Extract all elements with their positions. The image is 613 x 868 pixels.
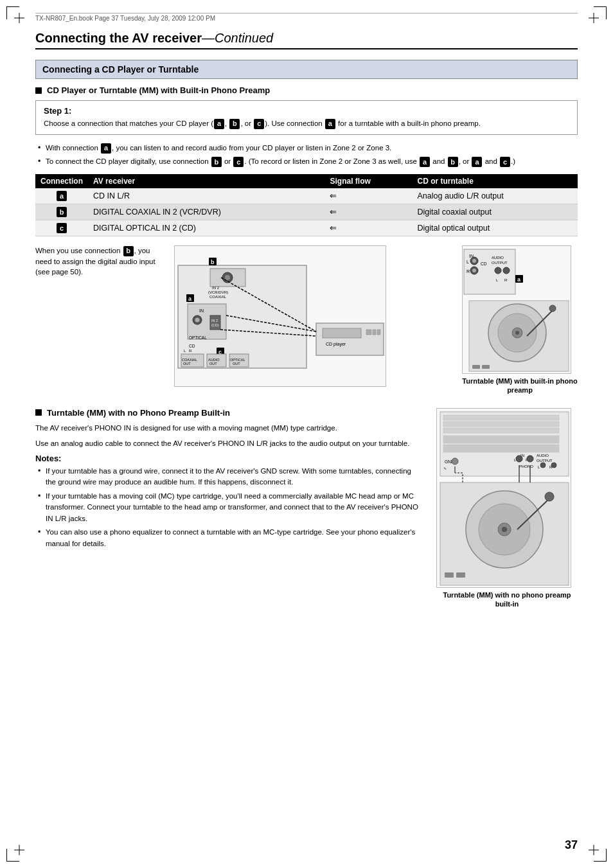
table-header-av: AV receiver — [88, 174, 324, 188]
badge-b-b2b: b — [448, 157, 458, 167]
table-header-connection: Connection — [35, 174, 88, 188]
svg-text:L: L — [466, 260, 469, 264]
para1: The AV receiver's PHONO IN is designed f… — [35, 423, 423, 433]
table-cell-signal-b: ⇐ — [324, 204, 412, 220]
badge-a-step: a — [214, 119, 224, 129]
svg-rect-35 — [366, 330, 371, 335]
svg-text:OUTPUT: OUTPUT — [537, 459, 553, 463]
diagram-right: IN L R CD AUDIO OUTPUT L R a — [462, 245, 578, 395]
badge-a-b2c: a — [472, 157, 482, 167]
svg-point-88 — [551, 463, 556, 468]
bullet-list-1: With connection a, you can listen to and… — [35, 143, 578, 168]
bottom-section: Turntable (MM) with no Phono Preamp Buil… — [35, 408, 578, 609]
badge-b-step: b — [229, 119, 240, 129]
main-title-continued: —Continued — [202, 31, 273, 45]
bullet-item-1: With connection a, you can listen to and… — [35, 143, 578, 154]
subsection1-heading: CD Player or Turntable (MM) with Built-i… — [35, 85, 578, 95]
table-row: b DIGITAL COAXIAL IN 2 (VCR/DVR) ⇐ Digit… — [35, 204, 578, 220]
table-cell-conn-c: c — [35, 220, 88, 236]
svg-point-12 — [195, 317, 200, 322]
svg-text:OUT: OUT — [209, 362, 217, 366]
bullet-item-2: To connect the CD player digitally, use … — [35, 156, 578, 168]
subsection2-heading: Turntable (MM) with no Phono Preamp Buil… — [35, 408, 423, 418]
table-cell-cd-b: Digital coaxial output — [413, 204, 578, 220]
svg-text:CD: CD — [481, 261, 487, 266]
table-cell-cd-c: Digital optical output — [413, 220, 578, 236]
turntable-mm-diagram: IN L R CD AUDIO OUTPUT L R a — [462, 245, 571, 374]
step1-title: Step 1: — [44, 106, 569, 116]
svg-text:CD player: CD player — [326, 342, 346, 347]
svg-rect-70 — [443, 421, 559, 427]
svg-rect-66 — [472, 365, 480, 369]
notes-label: Notes: — [35, 454, 423, 463]
svg-point-63 — [515, 331, 519, 335]
crosshair-bl — [14, 845, 24, 855]
badge-c-b2: c — [233, 157, 244, 167]
svg-point-49 — [472, 269, 476, 272]
svg-point-76 — [516, 456, 522, 462]
table-cell-cd-a: Analog audio L/R output — [413, 188, 578, 204]
badge-a-b2: a — [420, 157, 430, 167]
notes-list: If your turntable has a ground wire, con… — [35, 466, 423, 550]
svg-rect-73 — [443, 445, 559, 452]
file-info: TX-NR807_En.book Page 37 Tuesday, July 2… — [35, 13, 578, 24]
svg-text:AUDIO: AUDIO — [537, 454, 549, 457]
svg-point-53 — [495, 267, 501, 274]
table-row: c DIGITAL OPTICAL IN 2 (CD) ⇐ Digital op… — [35, 220, 578, 236]
table-cell-av-b: DIGITAL COAXIAL IN 2 (VCR/DVR) — [88, 204, 324, 220]
main-title-text: Connecting the AV receiver — [35, 31, 202, 45]
svg-text:OUTPUT: OUTPUT — [492, 261, 508, 265]
table-header-signal: Signal flow — [324, 174, 412, 188]
svg-rect-33 — [316, 323, 384, 355]
svg-text:IN: IN — [199, 308, 204, 313]
subsection1-label: CD Player or Turntable (MM) with Built-i… — [47, 85, 270, 95]
turntable-no-preamp-caption: Turntable (MM) with no phono preamp buil… — [436, 590, 578, 609]
svg-rect-14 — [210, 315, 220, 330]
svg-rect-71 — [443, 428, 559, 433]
badge-c-b2c: c — [500, 157, 510, 167]
svg-point-81 — [452, 458, 458, 465]
section-title: Connecting a CD Player or Turntable — [35, 60, 578, 79]
badge-b-b2: b — [211, 157, 222, 167]
badge-c-step: c — [254, 119, 264, 129]
svg-point-55 — [503, 267, 510, 274]
svg-text:R: R — [466, 269, 470, 274]
black-square-icon — [35, 87, 42, 94]
svg-rect-37 — [377, 330, 380, 335]
svg-text:∿: ∿ — [443, 466, 447, 470]
svg-point-78 — [527, 456, 533, 462]
diagram-left-note: When you use connection b, you need to a… — [35, 245, 164, 277]
subsection2-label: Turntable (MM) with no Phono Preamp Buil… — [47, 408, 230, 418]
svg-text:OUT: OUT — [233, 362, 240, 366]
table-header-cd: CD or turntable — [413, 174, 578, 188]
page-number: 37 — [565, 838, 578, 852]
crosshair-tl — [14, 13, 24, 23]
svg-text:R: R — [189, 349, 192, 353]
badge-a-b1: a — [101, 143, 111, 154]
table-cell-conn-a: a — [35, 188, 88, 204]
table-cell-av-c: DIGITAL OPTICAL IN 2 (CD) — [88, 220, 324, 236]
badge-b-note: b — [123, 246, 134, 256]
svg-text:IN 2: IN 2 — [211, 319, 218, 323]
svg-rect-69 — [443, 415, 559, 420]
table-row: a CD IN L/R ⇐ Analog audio L/R output — [35, 188, 578, 204]
black-square-icon2 — [35, 409, 42, 416]
svg-text:OPTICAL: OPTICAL — [189, 335, 207, 340]
crosshair-tr — [589, 13, 599, 23]
svg-text:R: R — [504, 278, 508, 282]
bottom-left: Turntable (MM) with no Phono Preamp Buil… — [35, 408, 423, 609]
step1-content: Choose a connection that matches your CD… — [44, 118, 569, 129]
svg-text:AUDIO: AUDIO — [492, 256, 504, 260]
note-item-2: If your turntable has a moving coil (MC)… — [35, 491, 423, 525]
svg-text:b: b — [211, 259, 215, 265]
bottom-right: IN L R PHONO GND ∿ AUDIO OUTPUT L R — [436, 408, 578, 609]
svg-point-65 — [549, 305, 556, 312]
svg-rect-97 — [456, 572, 465, 578]
svg-rect-96 — [445, 572, 454, 578]
svg-rect-34 — [323, 328, 361, 338]
connection-table: Connection AV receiver Signal flow CD or… — [35, 174, 578, 236]
svg-text:(VCR/DVR): (VCR/DVR) — [208, 290, 228, 294]
diagram-section: When you use connection b, you need to a… — [35, 245, 578, 395]
crosshair-br — [589, 845, 599, 855]
badge-a-step2: a — [325, 119, 335, 129]
